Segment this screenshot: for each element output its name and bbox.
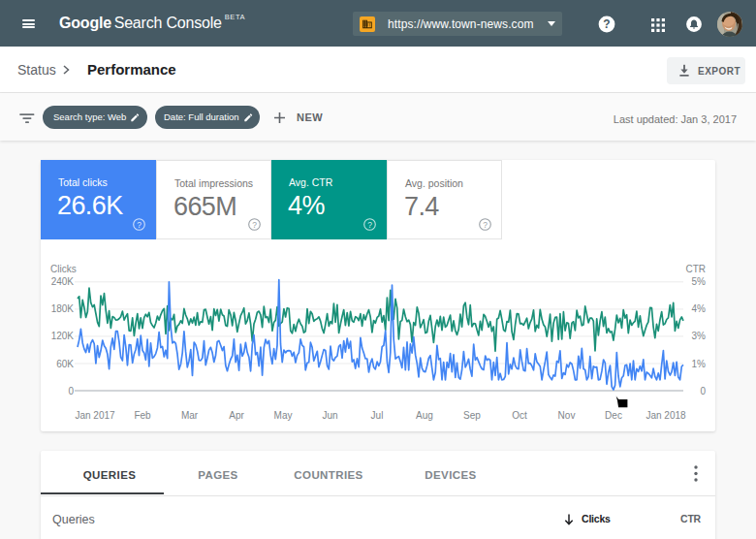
svg-text:1%: 1%: [692, 359, 707, 369]
svg-text:?: ?: [603, 17, 610, 31]
svg-text:Aug: Aug: [416, 410, 433, 421]
svg-text:Mar: Mar: [181, 410, 199, 421]
svg-text:Jun: Jun: [322, 410, 337, 421]
svg-text:Jul: Jul: [371, 410, 384, 421]
svg-text:0: 0: [700, 386, 706, 396]
svg-text:3%: 3%: [692, 331, 707, 341]
svg-text:240K: 240K: [51, 276, 75, 287]
svg-text:Nov: Nov: [558, 410, 576, 421]
svg-text:Oct: Oct: [512, 410, 527, 421]
svg-text:?: ?: [252, 220, 257, 230]
svg-text:May: May: [274, 410, 293, 421]
svg-text:Dec: Dec: [605, 410, 622, 421]
svg-text:Feb: Feb: [134, 410, 151, 421]
svg-text:?: ?: [367, 220, 372, 230]
svg-text:Apr: Apr: [229, 410, 244, 421]
svg-text:Jan 2017: Jan 2017: [75, 410, 115, 421]
svg-text:120K: 120K: [51, 331, 75, 341]
svg-text:Sep: Sep: [463, 410, 481, 421]
svg-text:5%: 5%: [692, 276, 707, 287]
svg-text:60K: 60K: [56, 359, 74, 369]
svg-text:180K: 180K: [51, 303, 75, 314]
svg-text:4%: 4%: [692, 303, 707, 314]
svg-text:?: ?: [483, 220, 488, 230]
svg-text:CTR: CTR: [685, 264, 706, 274]
svg-text:0: 0: [68, 386, 74, 396]
svg-text:?: ?: [137, 220, 142, 230]
svg-text:Jan 2018: Jan 2018: [646, 410, 686, 421]
svg-text:Clicks: Clicks: [50, 264, 77, 274]
